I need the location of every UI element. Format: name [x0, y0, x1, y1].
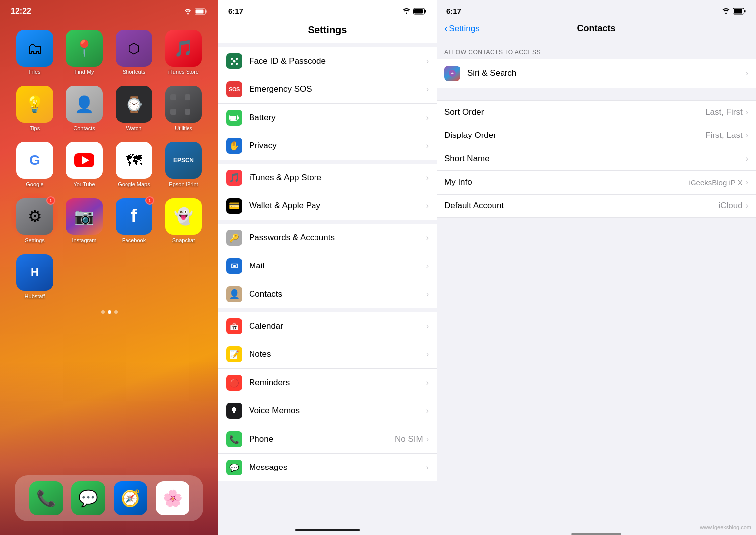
- settings-row-itunes[interactable]: 🎵 iTunes & App Store ›: [218, 164, 437, 192]
- settings-time: 6:17: [228, 7, 243, 15]
- app-contacts-home[interactable]: 👤 Contacts: [63, 86, 106, 131]
- display-order-row[interactable]: Display Order First, Last ›: [437, 124, 756, 147]
- findmy-label: Find My: [74, 69, 94, 75]
- back-button[interactable]: ‹ Settings: [444, 22, 480, 35]
- dock-messages[interactable]: 💬: [71, 481, 105, 515]
- settings-wifi-icon: [402, 8, 411, 14]
- dot-3: [114, 310, 118, 314]
- contacts-status-bar: 6:17: [437, 0, 756, 19]
- sort-order-row[interactable]: Sort Order Last, First ›: [437, 101, 756, 124]
- sort-order-value: Last, First: [705, 107, 743, 117]
- settings-row-mail[interactable]: ✉ Mail ›: [218, 252, 437, 280]
- dock-safari[interactable]: 🧭: [114, 481, 147, 515]
- app-grid: 🗂 Files 📍 Find My ⬡ Shortcuts 🎵 iTunes S…: [0, 16, 218, 299]
- itunes-chevron: ›: [426, 173, 429, 182]
- settings-group-top: Face ID & Passcode › SOS Emergency SOS ›…: [218, 47, 437, 160]
- siri-icon-img: [444, 66, 460, 81]
- contacts-status-icons: [722, 8, 746, 15]
- svg-rect-12: [231, 63, 233, 65]
- dock: 📞 💬 🧭 🌸: [15, 475, 203, 521]
- sos-chevron: ›: [426, 85, 429, 94]
- epson-icon: EPSON: [165, 142, 202, 179]
- svg-rect-2: [206, 10, 207, 13]
- files-label: Files: [29, 69, 40, 75]
- app-snapchat[interactable]: 👻 Snapchat: [162, 198, 205, 243]
- app-google[interactable]: G Google: [13, 142, 57, 187]
- display-order-value: First, Last: [705, 131, 743, 140]
- short-name-chevron: ›: [746, 154, 748, 163]
- instagram-icon: 📷: [66, 198, 103, 235]
- scroll-indicator: [571, 533, 621, 535]
- default-account-group: Default Account iCloud ›: [437, 194, 756, 218]
- hubstaff-icon: H: [16, 254, 53, 291]
- short-name-row[interactable]: Short Name ›: [437, 147, 756, 171]
- app-itunes-store[interactable]: 🎵 iTunes Store: [162, 30, 205, 75]
- settings-row-faceid[interactable]: Face ID & Passcode ›: [218, 47, 437, 75]
- settings-row-voicememos[interactable]: 🎙 Voice Memos ›: [218, 397, 437, 425]
- dock-phone[interactable]: 📞: [29, 481, 63, 515]
- privacy-label: Privacy: [249, 141, 426, 151]
- settings-row-privacy[interactable]: ✋ Privacy ›: [218, 132, 437, 160]
- svg-rect-20: [744, 10, 746, 12]
- app-gmaps[interactable]: 🗺 Google Maps: [112, 142, 156, 187]
- gmaps-label: Google Maps: [118, 181, 150, 187]
- app-watch[interactable]: ⌚ Watch: [112, 86, 156, 131]
- settings-status-icons: [402, 8, 427, 15]
- dock-photos[interactable]: 🌸: [156, 481, 189, 515]
- settings-row-sos[interactable]: SOS Emergency SOS ›: [218, 75, 437, 104]
- voicememos-label: Voice Memos: [249, 406, 426, 416]
- app-youtube[interactable]: YouTube: [63, 142, 106, 187]
- default-account-value: iCloud: [718, 201, 742, 211]
- battery-row-icon: [226, 110, 242, 126]
- calendar-chevron: ›: [426, 322, 429, 331]
- contacts-time: 6:17: [446, 7, 461, 15]
- settings-row-passwords[interactable]: 🔑 Passwords & Accounts ›: [218, 224, 437, 252]
- youtube-label: YouTube: [73, 181, 95, 187]
- phone-value: No SIM: [395, 434, 423, 444]
- app-shortcuts[interactable]: ⬡ Shortcuts: [112, 30, 156, 75]
- mail-icon: ✉: [226, 258, 242, 274]
- watermark: www.igeeksblog.com: [700, 524, 751, 530]
- my-info-row[interactable]: My Info iGeeksBlog iP X ›: [437, 171, 756, 194]
- siri-search-label: Siri & Search: [467, 68, 746, 78]
- app-facebook[interactable]: f 1 Facebook: [112, 198, 156, 243]
- app-instagram[interactable]: 📷 Instagram: [63, 198, 106, 243]
- app-settings[interactable]: ⚙ 1 Settings: [13, 198, 57, 243]
- messages-row-icon: 💬: [226, 460, 242, 475]
- settings-row-contacts[interactable]: 👤 Contacts ›: [218, 280, 437, 308]
- settings-row-phone[interactable]: 📞 Phone No SIM ›: [218, 425, 437, 454]
- phone-chevron: ›: [426, 435, 429, 444]
- battery-icon: [195, 8, 207, 15]
- dock-safari-icon: 🧭: [114, 481, 147, 515]
- settings-row-calendar[interactable]: 📅 Calendar ›: [218, 312, 437, 340]
- svg-point-14: [233, 60, 236, 63]
- siri-search-group: Siri & Search ›: [437, 59, 756, 88]
- svg-rect-16: [238, 117, 239, 119]
- reminders-icon: 🔴: [226, 375, 242, 391]
- display-order-chevron: ›: [746, 131, 748, 140]
- default-account-row[interactable]: Default Account iCloud ›: [437, 195, 756, 217]
- app-utilities[interactable]: Utilities: [162, 86, 205, 131]
- settings-row-battery[interactable]: Battery ›: [218, 104, 437, 132]
- app-files[interactable]: 🗂 Files: [13, 30, 57, 75]
- faceid-icon: [226, 53, 242, 69]
- svg-point-0: [187, 13, 189, 14]
- contacts-home-label: Contacts: [73, 125, 95, 131]
- settings-panel: 6:17 Settings Face ID & Passcode: [218, 0, 437, 535]
- siri-search-row[interactable]: Siri & Search ›: [437, 59, 756, 88]
- app-findmy[interactable]: 📍 Find My: [63, 30, 106, 75]
- messages-chevron: ›: [426, 463, 429, 472]
- settings-group-accounts: 🔑 Passwords & Accounts › ✉ Mail › 👤 Cont…: [218, 224, 437, 308]
- app-hubstaff[interactable]: H Hubstaff: [13, 254, 57, 299]
- notes-icon: 📝: [226, 346, 242, 362]
- settings-row-wallet[interactable]: 💳 Wallet & Apple Pay ›: [218, 192, 437, 220]
- app-epson[interactable]: EPSON Epson iPrint: [162, 142, 205, 187]
- notes-label: Notes: [249, 349, 426, 359]
- siri-chevron: ›: [746, 69, 748, 78]
- settings-row-notes[interactable]: 📝 Notes ›: [218, 340, 437, 369]
- home-status-icons: [184, 8, 207, 15]
- app-tips[interactable]: 💡 Tips: [13, 86, 57, 131]
- findmy-icon: 📍: [66, 30, 103, 67]
- settings-row-messages[interactable]: 💬 Messages ›: [218, 454, 437, 481]
- settings-row-reminders[interactable]: 🔴 Reminders ›: [218, 369, 437, 397]
